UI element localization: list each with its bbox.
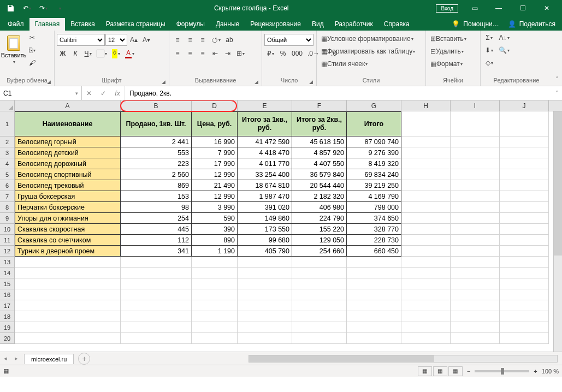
cell[interactable] [121,268,192,278]
name-box-input[interactable] [3,90,73,97]
font-name-select[interactable]: Calibri [57,34,105,46]
cell[interactable] [192,289,238,300]
horizontal-scrollbar[interactable] [249,355,558,363]
cell[interactable] [500,158,549,169]
cell[interactable] [347,300,401,311]
namebox-dropdown-icon[interactable]: ▾ [75,91,78,96]
cell[interactable]: 341 [121,246,192,257]
cell[interactable] [401,289,451,300]
cell[interactable]: 173 550 [238,224,292,235]
cell-name[interactable]: Велосипед спортивный [15,169,121,180]
cell[interactable] [401,147,451,158]
cell[interactable] [121,333,192,344]
cell[interactable] [238,289,292,300]
cell[interactable] [451,246,500,257]
cell[interactable]: 4 857 920 [292,147,347,158]
cell-name[interactable]: Велосипед детский [15,147,121,158]
cell[interactable]: 2 182 320 [292,191,347,202]
cell[interactable] [451,311,500,322]
cell[interactable]: 12 990 [192,169,238,180]
row-header[interactable]: 5 [0,169,15,180]
table-header[interactable]: Наименование [15,111,121,136]
align-left-icon[interactable]: ≡ [171,47,184,60]
merge-icon[interactable]: ⊞▾ [234,47,247,60]
cell[interactable] [451,300,500,311]
cell[interactable] [500,191,549,202]
cell[interactable]: 18 674 810 [238,180,292,191]
font-size-select[interactable]: 12 [105,34,127,46]
cell[interactable] [451,333,500,344]
qat-customize-icon[interactable]: ▾ [52,1,67,15]
cell[interactable] [121,311,192,322]
cell[interactable] [347,322,401,333]
cell[interactable]: 228 730 [347,235,401,246]
cell[interactable]: 4 407 550 [292,158,347,169]
cell[interactable]: 36 579 840 [292,169,347,180]
tab-review[interactable]: Рецензирование [245,18,306,31]
cell[interactable]: 33 254 400 [238,169,292,180]
cell[interactable]: 99 680 [238,235,292,246]
cell[interactable] [292,300,347,311]
cell[interactable] [192,278,238,289]
cell[interactable] [500,300,549,311]
cell[interactable]: 3 990 [192,202,238,213]
cell[interactable] [401,158,451,169]
cell[interactable] [500,246,549,257]
insert-cells-button[interactable]: ⊞ Вставить▾ [428,33,478,45]
cell[interactable] [121,278,192,289]
cell[interactable]: 98 [121,202,192,213]
cell[interactable]: 2 560 [121,169,192,180]
indent-decrease-icon[interactable]: ⇤ [209,47,221,60]
cell[interactable]: 2 441 [121,136,192,147]
cell[interactable] [347,268,401,278]
cell[interactable] [192,257,238,268]
cell[interactable]: 7 990 [192,147,238,158]
cell[interactable] [192,300,238,311]
row-header[interactable]: 11 [0,235,15,246]
cell[interactable] [451,235,500,246]
currency-icon[interactable]: ₽▾ [264,47,276,60]
cell[interactable] [451,213,500,224]
cell[interactable]: 149 860 [238,213,292,224]
zoom-out-icon[interactable]: − [467,368,470,375]
cell-name[interactable]: Скакалка со счетчиком [15,235,121,246]
sheet-tab[interactable]: microexcel.ru [24,354,74,364]
cell[interactable]: 87 090 740 [347,136,401,147]
minimize-icon[interactable]: — [487,0,511,16]
cell[interactable] [500,136,549,147]
tab-home[interactable]: Главная [29,18,66,31]
tell-me[interactable]: 💡Помощни… [447,20,503,31]
cell[interactable] [500,202,549,213]
cell[interactable] [401,169,451,180]
sheet-nav-next[interactable]: ▸ [11,355,22,362]
col-header-e[interactable]: E [238,100,292,111]
tab-data[interactable]: Данные [210,18,245,31]
cell[interactable]: 445 [121,224,192,235]
row-header[interactable]: 4 [0,158,15,169]
col-header-b[interactable]: B [121,100,192,111]
cell[interactable] [451,158,500,169]
cell[interactable] [347,278,401,289]
indent-increase-icon[interactable]: ⇥ [222,47,234,60]
cell[interactable]: 406 980 [292,202,347,213]
cell[interactable] [500,322,549,333]
cell[interactable]: 254 [121,213,192,224]
cell[interactable] [500,169,549,180]
conditional-formatting-button[interactable]: ▦ Условное форматирование▾ [319,33,423,45]
cell[interactable] [451,268,500,278]
format-painter-icon[interactable]: 🖌 [26,57,38,69]
row-header[interactable]: 19 [0,322,15,333]
cut-icon[interactable]: ✂ [26,32,38,44]
number-format-select[interactable]: Общий [264,34,313,46]
cell[interactable] [292,322,347,333]
row-header[interactable]: 20 [0,333,15,344]
cell-name[interactable]: Груша боксерская [15,191,121,202]
cell[interactable] [500,111,549,136]
fill-color-icon[interactable]: ◊▾ [110,47,122,60]
fill-icon[interactable]: ⬇▾ [483,44,495,56]
cell[interactable] [401,111,451,136]
cell[interactable]: 869 [121,180,192,191]
ribbon-options-icon[interactable]: ▭ [463,0,487,16]
row-header[interactable]: 7 [0,191,15,202]
row-header[interactable]: 17 [0,300,15,311]
